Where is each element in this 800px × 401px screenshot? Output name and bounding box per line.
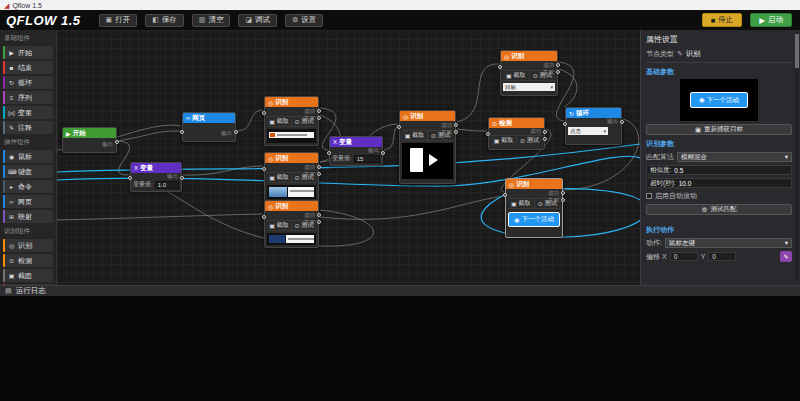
output-port[interactable]: [180, 176, 184, 180]
sidebar-item-label: 变量: [18, 108, 32, 118]
target-icon: ◎: [268, 203, 273, 210]
success-port[interactable]: [317, 165, 321, 169]
similarity-input[interactable]: 相似度: 0.5: [646, 165, 792, 175]
input-port[interactable]: [563, 122, 567, 126]
node-recognize-3[interactable]: ◎ 识别 成功 失败 ▣截取 ⊙测试: [264, 200, 319, 248]
variable-value-input[interactable]: 15: [354, 155, 380, 163]
capture-button[interactable]: ▣截取: [503, 71, 529, 80]
node-recognize-1[interactable]: ◎ 识别 成功 失败 ▣截取 ⊙测试: [264, 96, 319, 146]
sidebar-item-loop[interactable]: ↻ 循环: [3, 76, 53, 89]
capture-button[interactable]: ▣截取: [267, 221, 291, 230]
open-button[interactable]: ▣ 打开: [99, 14, 138, 27]
pencil-icon[interactable]: ✎: [677, 50, 683, 58]
node-variable-2[interactable]: X 变量 输出 变量值: 15: [329, 136, 383, 166]
input-port[interactable]: [262, 215, 266, 219]
sidebar-item-sequence[interactable]: ≡ 序列: [3, 91, 53, 104]
stop-button[interactable]: ■ 停止: [702, 13, 743, 27]
capture-button[interactable]: ▣截取: [402, 131, 427, 140]
run-button[interactable]: ▶ 启动: [750, 13, 792, 27]
output-port[interactable]: [115, 140, 119, 144]
sidebar-item-mouse[interactable]: ◉ 鼠标: [3, 150, 53, 163]
node-recognize-top[interactable]: ◎ 识别 成功 失败 ▣截取 ⊙测试 目标 ▾: [500, 50, 558, 96]
capture-button[interactable]: ▣截取: [267, 117, 291, 126]
port-label-success: 成功: [441, 122, 452, 128]
success-port[interactable]: [561, 191, 565, 195]
variable-value-input[interactable]: 1.0: [155, 181, 179, 189]
panel-scrollbar[interactable]: [795, 32, 799, 280]
run-log-bar[interactable]: ▤ 运行日志: [0, 285, 800, 296]
sidebar-item-screenshot[interactable]: ▣ 截图: [3, 269, 53, 282]
match-algorithm-select[interactable]: 模糊混合 ▾: [677, 152, 792, 162]
fail-port[interactable]: [543, 137, 547, 141]
fail-port[interactable]: [454, 130, 458, 134]
action-select[interactable]: 鼠标左键 ▾: [665, 238, 792, 248]
node-title: 检测: [499, 119, 512, 128]
node-detect[interactable]: ⊙ 检测 成功 ▣截取 ⊙测试: [488, 117, 545, 150]
clear-button[interactable]: ▥ 清空: [192, 14, 231, 27]
input-port[interactable]: [503, 193, 507, 197]
input-port[interactable]: [486, 132, 490, 136]
fail-port[interactable]: [556, 70, 560, 74]
output-port[interactable]: [620, 120, 624, 124]
sidebar-item-note[interactable]: ✎ 注释: [3, 121, 53, 134]
fail-port[interactable]: [317, 220, 321, 224]
sidebar-item-keyboard[interactable]: ⌨ 键盘: [3, 165, 53, 178]
input-port[interactable]: [262, 111, 266, 115]
success-port[interactable]: [454, 123, 458, 127]
node-recognize-2[interactable]: ◎ 识别 成功 失败 ▣截取 ⊙测试: [264, 152, 319, 202]
sidebar-item-recognize[interactable]: ◎ 识别: [3, 239, 53, 252]
input-port[interactable]: [397, 125, 401, 129]
autoscroll-checkbox[interactable]: [646, 193, 652, 199]
sidebar-item-end[interactable]: ■ 结束: [3, 61, 53, 74]
sidebar-item-mapping[interactable]: ⊞ 映射: [3, 210, 53, 223]
node-type-label: 节点类型: [646, 49, 674, 59]
flow-canvas[interactable]: ▶ 开始 输出 ∞ 网页 输出 X 变量 输出 变量值:: [57, 30, 640, 285]
success-port[interactable]: [317, 213, 321, 217]
fail-port[interactable]: [317, 172, 321, 176]
camera-icon: ⊙: [294, 174, 299, 181]
offset-x-input[interactable]: 0: [670, 252, 698, 261]
success-port[interactable]: [543, 130, 547, 134]
fail-port[interactable]: [317, 116, 321, 120]
scrollbar-thumb[interactable]: [795, 34, 799, 68]
input-port[interactable]: [327, 151, 331, 155]
sidebar-item-variable[interactable]: [x] 变量: [3, 106, 53, 119]
input-port[interactable]: [262, 167, 266, 171]
output-port[interactable]: [234, 130, 238, 134]
sidebar-item-webpage[interactable]: ∞ 网页: [3, 195, 53, 208]
sidebar-item-start[interactable]: ▶ 开始: [3, 46, 53, 59]
input-port[interactable]: [498, 65, 502, 69]
node-loop[interactable]: ↻ 循环 输出 点击 ▾: [565, 107, 622, 145]
fail-port[interactable]: [561, 198, 565, 202]
test-match-button[interactable]: ⚙ 测试匹配: [646, 204, 792, 215]
capture-button[interactable]: ▣截取: [491, 136, 516, 145]
offset-y-input[interactable]: 0: [708, 252, 736, 261]
match-algorithm-label: 匹配算法: [646, 152, 674, 162]
capture-button[interactable]: ▣截取: [267, 173, 291, 182]
success-port[interactable]: [556, 63, 560, 67]
target-icon: ◎: [504, 53, 509, 60]
pick-offset-button[interactable]: ✎: [780, 251, 792, 262]
success-port[interactable]: [317, 109, 321, 113]
input-port[interactable]: [180, 130, 184, 134]
test-button[interactable]: ⊙测试: [516, 136, 542, 145]
node-recognize-video[interactable]: ◎ 识别 成功 失败 ▣截取 ⊙测试: [399, 110, 456, 184]
node-recognize-selected[interactable]: ◎ 识别 成功 失败 ▣截取 ⊙测试 ◉ 下一个活动: [505, 178, 563, 238]
sidebar-item-command[interactable]: ▸ 命令: [3, 180, 53, 193]
output-port[interactable]: [381, 151, 385, 155]
timeout-input[interactable]: 超时(秒): 10.0: [646, 178, 792, 188]
capture-label: 截取: [514, 71, 526, 80]
node-webpage[interactable]: ∞ 网页 输出: [182, 112, 236, 142]
capture-button[interactable]: ▣截取: [508, 199, 534, 208]
input-port[interactable]: [128, 176, 132, 180]
node-variable-1[interactable]: X 变量 输出 变量值: 1.0: [130, 162, 182, 192]
sidebar-item-detect[interactable]: ⊙ 检测: [3, 254, 53, 267]
loop-action-select[interactable]: 点击 ▾: [568, 127, 608, 135]
save-button[interactable]: ◧ 保存: [145, 14, 184, 27]
settings-button[interactable]: ⚙ 设置: [285, 14, 323, 27]
node-start[interactable]: ▶ 开始 输出: [62, 127, 117, 153]
recapture-button[interactable]: ▣ 重新捕获目标: [646, 124, 792, 135]
run-label: 启动: [768, 15, 783, 25]
debug-button[interactable]: ◪ 调试: [238, 14, 277, 27]
target-select[interactable]: 目标 ▾: [503, 83, 555, 91]
